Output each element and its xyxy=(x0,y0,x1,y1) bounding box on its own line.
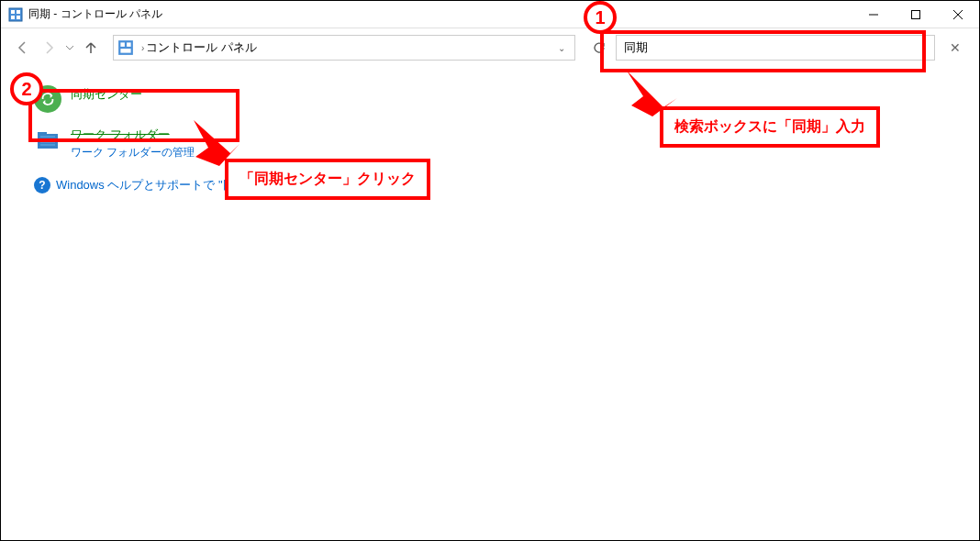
window-title: 同期 - コントロール パネル xyxy=(28,6,852,22)
result-work-folders[interactable]: ワーク フォルダー ワーク フォルダーの管理 xyxy=(34,126,946,160)
work-folders-icon xyxy=(34,126,61,153)
work-folders-manage-link[interactable]: ワーク フォルダーの管理 xyxy=(71,145,195,160)
result-sync-center[interactable]: 同期センター xyxy=(34,85,946,113)
forward-button[interactable] xyxy=(38,37,60,59)
svg-rect-13 xyxy=(38,134,58,149)
close-button[interactable] xyxy=(937,1,979,28)
minimize-button[interactable] xyxy=(852,1,895,28)
control-panel-small-icon xyxy=(117,39,134,56)
control-panel-icon xyxy=(8,7,23,22)
refresh-button[interactable] xyxy=(586,35,612,61)
maximize-button[interactable] xyxy=(895,1,937,28)
breadcrumb-location[interactable]: コントロール パネル xyxy=(146,39,257,56)
svg-rect-10 xyxy=(120,42,125,47)
search-results: 同期センター ワーク フォルダー ワーク フォルダーの管理 ? Windows … xyxy=(1,67,979,212)
help-text: Windows ヘルプとサポートで "同期 xyxy=(56,177,247,193)
sync-center-icon xyxy=(34,85,61,113)
back-button[interactable] xyxy=(12,37,34,59)
search-box[interactable] xyxy=(616,35,935,61)
svg-rect-11 xyxy=(127,42,131,47)
help-search-link[interactable]: ? Windows ヘルプとサポートで "同期 xyxy=(34,177,946,193)
titlebar: 同期 - コントロール パネル xyxy=(1,1,979,28)
breadcrumb-separator: › xyxy=(141,43,144,53)
work-folders-title: ワーク フォルダー xyxy=(71,127,170,141)
address-bar[interactable]: › コントロール パネル ⌄ xyxy=(113,35,575,61)
svg-rect-6 xyxy=(912,10,920,18)
recent-dropdown[interactable] xyxy=(63,37,76,59)
toolbar: › コントロール パネル ⌄ ✕ xyxy=(1,28,979,67)
svg-rect-14 xyxy=(38,132,47,136)
help-icon: ? xyxy=(34,177,50,193)
svg-rect-12 xyxy=(120,49,130,53)
svg-rect-4 xyxy=(17,16,20,19)
address-dropdown-icon[interactable]: ⌄ xyxy=(552,43,571,53)
up-button[interactable] xyxy=(80,37,102,59)
svg-rect-2 xyxy=(17,10,20,14)
svg-rect-3 xyxy=(11,16,15,19)
search-input[interactable] xyxy=(624,41,927,55)
sync-center-link[interactable]: 同期センター xyxy=(71,87,142,101)
window-controls xyxy=(852,1,979,28)
clear-search-button[interactable]: ✕ xyxy=(942,35,968,61)
svg-rect-1 xyxy=(11,10,15,14)
